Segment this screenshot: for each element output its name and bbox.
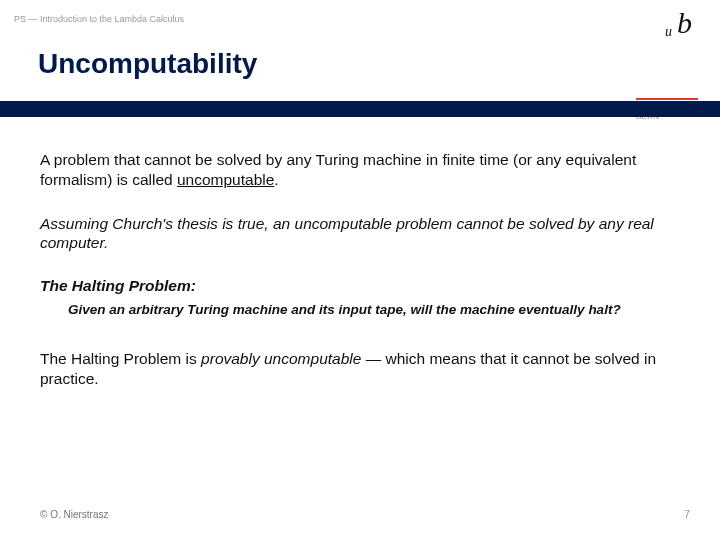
title-underline-bar [0,101,720,117]
logo-glyphs: b u [598,6,698,52]
para1-text-a: A problem that cannot be solved by any T… [40,151,636,188]
term-uncomputable: uncomputable [177,171,274,188]
phrase-provably-uncomputable: provably uncomputable [201,350,361,367]
slide-content: A problem that cannot be solved by any T… [40,150,680,413]
course-tag: PS — Introduction to the Lambda Calculus [14,14,184,24]
para1-text-b: . [274,171,278,188]
logo-letter-u: u [665,24,672,40]
paragraph-conclusion: The Halting Problem is provably uncomput… [40,349,680,389]
footer-copyright: © O. Nierstrasz [40,509,109,520]
footer-page-number: 7 [684,508,690,520]
paragraph-definition: A problem that cannot be solved by any T… [40,150,680,190]
slide-title: Uncomputability [38,48,257,80]
logo-letter-b: b [677,6,692,40]
paragraph-church-thesis: Assuming Church's thesis is true, an unc… [40,214,680,254]
halting-problem-heading: The Halting Problem: [40,277,680,295]
slide: PS — Introduction to the Lambda Calculus… [0,0,720,540]
halting-problem-statement: Given an arbitrary Turing machine and it… [68,301,658,319]
logo-rule [636,98,698,100]
para3-text-a: The Halting Problem is [40,350,201,367]
